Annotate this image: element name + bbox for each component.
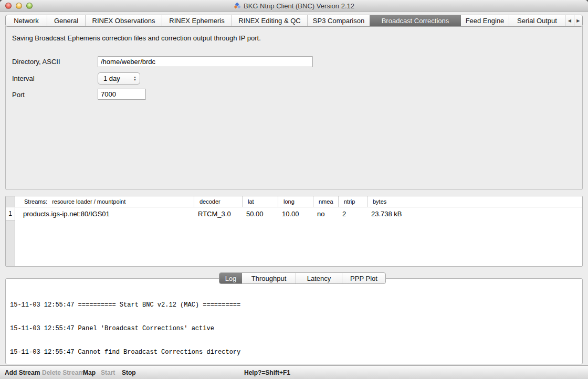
cell-long: 10.00: [278, 207, 313, 220]
tab-sp3-comparison[interactable]: SP3 Comparison: [307, 15, 370, 26]
cell-decoder: RTCM_3.0: [194, 207, 242, 220]
cell-lat: 50.00: [242, 207, 278, 220]
log-line: 15-11-03 12:55:47 ========== Start BNC v…: [10, 301, 579, 309]
tab-serial-output[interactable]: Serial Output: [509, 15, 565, 26]
interval-label: Interval: [12, 75, 35, 82]
header-mountpoint: Streams: resource loader / mountpoint: [16, 196, 194, 207]
header-decoder: decoder: [194, 196, 242, 207]
select-stepper: ▲ ▼: [133, 76, 140, 81]
panel-description: Saving Broadcast Ephemeris correction fi…: [12, 34, 261, 42]
tab-feed-engine[interactable]: Feed Engine: [461, 15, 509, 26]
port-label: Port: [12, 91, 25, 99]
table-corner-cell: [6, 196, 16, 207]
header-long: long: [278, 196, 313, 207]
map-button[interactable]: Map: [83, 369, 96, 376]
log-line: 15-11-03 12:55:47 Panel 'Broadcast Corre…: [10, 325, 579, 333]
log-pane: 15-11-03 12:55:47 ========== Start BNC v…: [5, 278, 583, 364]
directory-ascii-label: Directory, ASCII: [12, 58, 60, 66]
table-row[interactable]: products.igs-ip.net:80/IGS01 RTCM_3.0 50…: [16, 207, 582, 220]
stepper-down-icon: ▼: [133, 79, 136, 81]
cell-nmea: no: [313, 207, 338, 220]
bottom-toolbar: Add Stream Delete Stream Map Start Stop …: [0, 365, 588, 379]
cell-mountpoint: products.igs-ip.net:80/IGS01: [16, 207, 194, 220]
stop-button[interactable]: Stop: [122, 369, 136, 376]
header-nmea: nmea: [313, 196, 338, 207]
tab-scroll-buttons: ◀ ▶: [565, 15, 582, 26]
log-tab-bar: Log Throughput Latency PPP Plot: [219, 272, 386, 284]
tab-rinex-observations[interactable]: RINEX Observations: [85, 15, 162, 26]
chevron-right-icon: ▶: [576, 18, 580, 23]
log-line: 15-11-03 12:55:47 Cannot find Broadcast …: [10, 349, 579, 356]
broadcast-corrections-panel: Saving Broadcast Ephemeris correction fi…: [5, 26, 583, 190]
tab-network[interactable]: Network: [6, 15, 47, 26]
app-window: BKG Ntrip Client (BNC) Version 2.12 Netw…: [0, 0, 588, 379]
window-title: BKG Ntrip Client (BNC) Version 2.12: [244, 2, 354, 10]
header-bytes: bytes: [367, 196, 582, 207]
title-bar[interactable]: BKG Ntrip Client (BNC) Version 2.12: [0, 0, 588, 12]
bnc-logo-icon: [234, 2, 241, 9]
tab-log[interactable]: Log: [219, 273, 242, 283]
delete-stream-button: Delete Stream: [42, 369, 84, 376]
interval-select[interactable]: 1 day ▲ ▼: [98, 72, 140, 85]
add-stream-button[interactable]: Add Stream: [5, 369, 40, 376]
tab-latency[interactable]: Latency: [296, 273, 342, 283]
cell-bytes: 23.738 kB: [367, 207, 582, 220]
cell-ntrip: 2: [338, 207, 367, 220]
main-tab-bar: Network General RINEX Observations RINEX…: [5, 15, 583, 27]
start-button: Start: [101, 369, 115, 376]
streams-table: Streams: resource loader / mountpoint de…: [5, 196, 583, 267]
port-input[interactable]: [98, 89, 146, 100]
tab-scroll-left-button[interactable]: ◀: [565, 15, 574, 26]
interval-selected-value: 1 day: [98, 75, 133, 82]
tab-broadcast-corrections[interactable]: Broadcast Corrections: [370, 15, 461, 26]
header-lat: lat: [242, 196, 278, 207]
tab-ppp-plot[interactable]: PPP Plot: [342, 273, 385, 283]
row-number: 1: [6, 207, 15, 220]
help-shortcut-label: Help?=Shift+F1: [244, 369, 290, 376]
tab-scroll-right-button[interactable]: ▶: [574, 15, 583, 26]
header-ntrip: ntrip: [338, 196, 367, 207]
tab-rinex-editing-qc[interactable]: RINEX Editing & QC: [232, 15, 307, 26]
tab-throughput[interactable]: Throughput: [242, 273, 296, 283]
chevron-left-icon: ◀: [568, 18, 571, 23]
tab-rinex-ephemeris[interactable]: RINEX Ephemeris: [162, 15, 232, 26]
directory-ascii-input[interactable]: [98, 56, 313, 67]
tab-general[interactable]: General: [47, 15, 85, 26]
streams-table-header: Streams: resource loader / mountpoint de…: [6, 196, 582, 207]
